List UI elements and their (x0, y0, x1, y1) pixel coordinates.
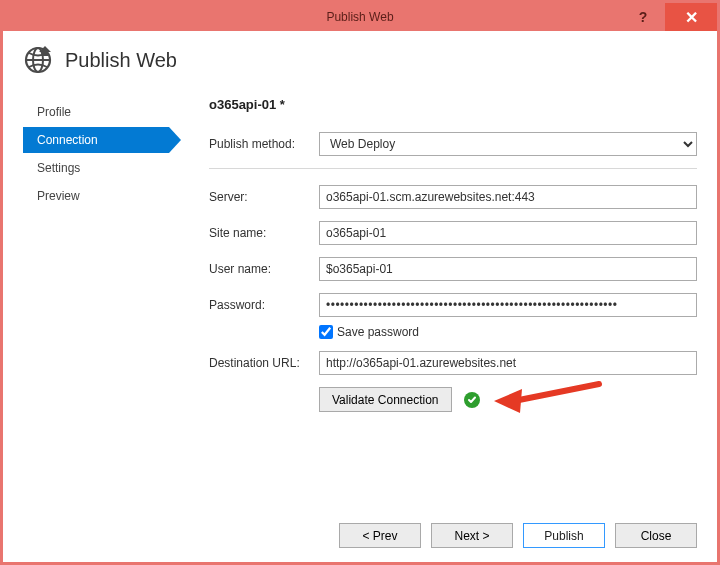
connection-panel: o365api-01 * Publish method: Web Deploy … (169, 93, 697, 483)
site-name-label: Site name: (209, 226, 319, 240)
server-label: Server: (209, 190, 319, 204)
user-name-label: User name: (209, 262, 319, 276)
dialog-header: Publish Web (3, 31, 717, 83)
prev-button[interactable]: < Prev (339, 523, 421, 548)
user-name-input[interactable] (319, 257, 697, 281)
globe-icon (23, 45, 53, 75)
titlebar: Publish Web ? ✕ (3, 3, 717, 31)
profile-name: o365api-01 * (209, 97, 697, 112)
destination-url-input[interactable] (319, 351, 697, 375)
publish-web-dialog: Publish Web ? ✕ Publish Web Profile Conn… (0, 0, 720, 565)
site-name-input[interactable] (319, 221, 697, 245)
divider (209, 168, 697, 169)
window-title: Publish Web (3, 10, 717, 24)
password-input[interactable] (319, 293, 697, 317)
page-title: Publish Web (65, 49, 177, 72)
close-window-button[interactable]: ✕ (665, 3, 717, 31)
validate-connection-button[interactable]: Validate Connection (319, 387, 452, 412)
validation-success-icon (464, 392, 480, 408)
wizard-sidebar: Profile Connection Settings Preview (23, 93, 169, 483)
publish-method-select[interactable]: Web Deploy (319, 132, 697, 156)
help-button[interactable]: ? (621, 3, 665, 31)
close-button[interactable]: Close (615, 523, 697, 548)
svg-marker-4 (494, 389, 522, 413)
sidebar-item-settings[interactable]: Settings (23, 155, 169, 181)
save-password-checkbox[interactable] (319, 325, 333, 339)
dialog-footer: < Prev Next > Publish Close (339, 523, 697, 548)
password-label: Password: (209, 298, 319, 312)
sidebar-item-preview[interactable]: Preview (23, 183, 169, 209)
publish-method-label: Publish method: (209, 137, 319, 151)
server-input[interactable] (319, 185, 697, 209)
sidebar-item-connection[interactable]: Connection (23, 127, 169, 153)
window-controls: ? ✕ (621, 3, 717, 31)
publish-button[interactable]: Publish (523, 523, 605, 548)
destination-url-label: Destination URL: (209, 356, 319, 370)
save-password-label: Save password (337, 325, 419, 339)
sidebar-item-profile[interactable]: Profile (23, 99, 169, 125)
annotation-arrow-icon (494, 379, 604, 422)
svg-line-3 (514, 384, 599, 401)
next-button[interactable]: Next > (431, 523, 513, 548)
